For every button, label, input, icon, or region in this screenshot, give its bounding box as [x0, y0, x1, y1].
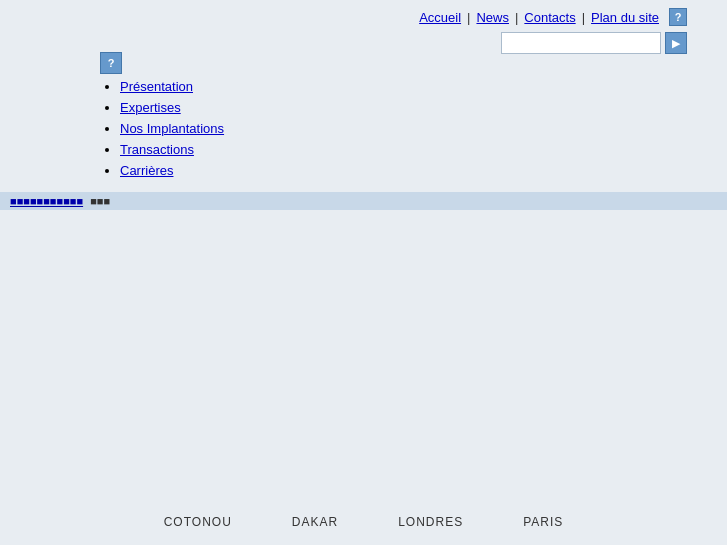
- main-nav-list: Présentation Expertises Nos Implantation…: [100, 79, 717, 178]
- list-item: Carrières: [120, 163, 717, 178]
- nav-accueil[interactable]: Accueil: [419, 10, 461, 25]
- breadcrumb-link[interactable]: ■■■■■■■■■■■: [10, 195, 83, 207]
- menu-carrieres[interactable]: Carrières: [120, 163, 173, 178]
- search-input[interactable]: [501, 32, 661, 54]
- breadcrumb-text: ■■■: [87, 195, 110, 207]
- nav-news[interactable]: News: [476, 10, 509, 25]
- list-item: Expertises: [120, 100, 717, 115]
- main-content: Présentation Expertises Nos Implantation…: [0, 64, 727, 194]
- nav-plan-du-site[interactable]: Plan du site: [591, 10, 659, 25]
- breadcrumb: ■■■■■■■■■■■ ■■■: [0, 192, 727, 210]
- city-cotonou: COTONOU: [164, 515, 232, 529]
- menu-transactions[interactable]: Transactions: [120, 142, 194, 157]
- nav-contacts[interactable]: Contacts: [524, 10, 575, 25]
- top-nav: Accueil | News | Contacts | Plan du site…: [0, 0, 727, 32]
- city-paris: PARIS: [523, 515, 563, 529]
- search-button[interactable]: ▶: [665, 32, 687, 54]
- separator-2: |: [515, 10, 518, 25]
- help-icon[interactable]: ?: [669, 8, 687, 26]
- footer-cities: COTONOU DAKAR LONDRES PARIS: [0, 509, 727, 535]
- city-dakar: DAKAR: [292, 515, 338, 529]
- menu-expertises[interactable]: Expertises: [120, 100, 181, 115]
- separator-1: |: [467, 10, 470, 25]
- city-londres: LONDRES: [398, 515, 463, 529]
- list-item: Nos Implantations: [120, 121, 717, 136]
- menu-presentation[interactable]: Présentation: [120, 79, 193, 94]
- logo-icon: ?: [100, 52, 122, 74]
- separator-3: |: [582, 10, 585, 25]
- list-item: Transactions: [120, 142, 717, 157]
- list-item: Présentation: [120, 79, 717, 94]
- menu-nos-implantations[interactable]: Nos Implantations: [120, 121, 224, 136]
